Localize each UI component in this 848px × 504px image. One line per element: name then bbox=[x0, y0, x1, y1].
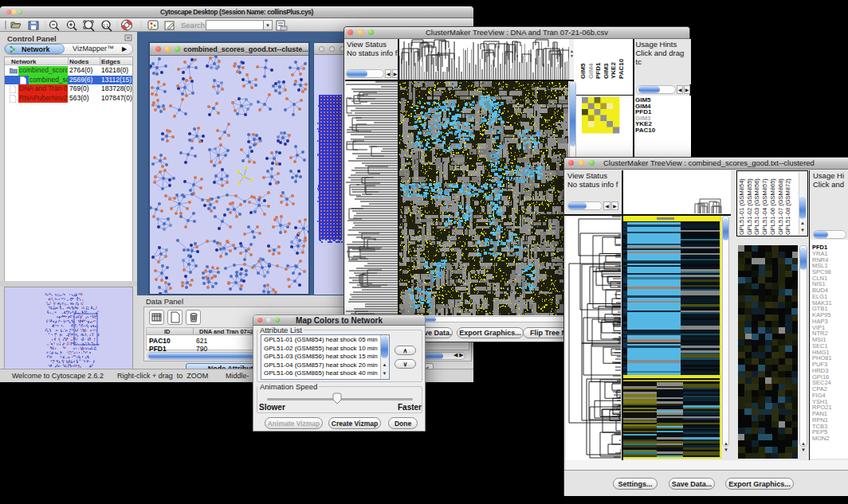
svg-text:1:1: 1:1 bbox=[103, 23, 108, 28]
svg-text:GPL51-01 (GSM854): GPL51-01 (GSM854) bbox=[738, 178, 745, 235]
svg-text:GPL51-03 (GSM856): GPL51-03 (GSM856) bbox=[753, 178, 760, 235]
svg-text:PAC10: PAC10 bbox=[618, 58, 625, 79]
svg-text:YKE2: YKE2 bbox=[610, 62, 617, 79]
svg-text:GPL51-07 (GSM868): GPL51-07 (GSM868) bbox=[777, 178, 784, 235]
svg-text:GIM4: GIM4 bbox=[587, 63, 595, 79]
svg-text:GPL51-08 (GSM872): GPL51-08 (GSM872) bbox=[784, 178, 791, 235]
svg-text:GIM3: GIM3 bbox=[603, 63, 610, 79]
svg-text:GPL51-04 (GSM857): GPL51-04 (GSM857) bbox=[761, 178, 768, 235]
svg-text:PFD1: PFD1 bbox=[595, 62, 602, 79]
svg-text:GIM5: GIM5 bbox=[579, 63, 587, 79]
svg-text:GPL51-06 (GSM865): GPL51-06 (GSM865) bbox=[769, 178, 776, 235]
svg-text:GPL51-02 (GSM855): GPL51-02 (GSM855) bbox=[746, 178, 753, 235]
